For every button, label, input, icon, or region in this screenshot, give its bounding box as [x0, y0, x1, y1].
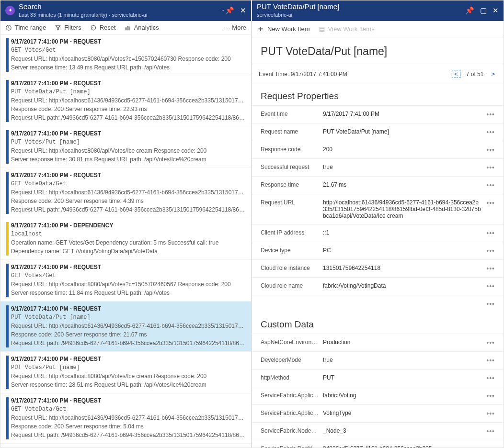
search-pane: ✦ Search Last 33 minutes (1 minute granu… — [0, 0, 252, 448]
item-operation: GET Votes/Get — [11, 46, 246, 55]
item-detail: Dependency name: GET /Voting/VotingData/… — [11, 247, 246, 256]
property-actions-button[interactable]: ••• — [486, 445, 495, 448]
property-actions-button[interactable]: ••• — [486, 357, 495, 364]
time-range-button[interactable]: Time range — [5, 24, 46, 31]
list-item[interactable]: 9/17/2017 7:41:00 PM - REQUESTGET VoteDa… — [0, 393, 251, 444]
svg-rect-3 — [129, 27, 130, 30]
analytics-button[interactable]: Analytics — [125, 24, 159, 31]
property-actions-button[interactable]: ••• — [486, 374, 495, 382]
property-actions-button[interactable]: ••• — [486, 392, 495, 400]
property-row: Request URLhttp://localhost:61436/94936c… — [252, 194, 504, 224]
new-work-item-button[interactable]: ＋ New Work Item — [257, 24, 310, 34]
list-item[interactable]: 9/17/2017 7:41:00 PM - DEPENDENCYlocalho… — [0, 444, 251, 448]
request-bar-icon — [6, 130, 9, 164]
request-bar-icon — [6, 172, 9, 214]
detail-title: PUT VoteData/Put [name] — [257, 2, 465, 11]
property-row: ServiceFabric.Node…_Node_3••• — [252, 422, 504, 440]
property-actions-button[interactable]: ••• — [486, 410, 495, 417]
pin-icon[interactable]: 📌 — [465, 6, 474, 15]
item-detail: Request URL: http://localhost:8080/api/V… — [11, 55, 246, 63]
property-actions-button[interactable]: ••• — [486, 164, 495, 171]
property-key: Successful request — [261, 164, 323, 170]
property-actions-button[interactable]: ••• — [486, 181, 495, 189]
new-work-item-label: New Work Item — [267, 25, 310, 33]
property-actions-button[interactable]: ••• — [486, 247, 495, 255]
request-bar-icon — [6, 397, 9, 439]
svg-rect-2 — [127, 26, 128, 30]
request-bar-icon — [6, 356, 9, 389]
property-value: true — [323, 164, 486, 170]
property-value: VotingType — [323, 410, 486, 416]
item-detail: Response code: 200 Server response time:… — [11, 197, 246, 205]
property-key: Event time — [261, 111, 323, 117]
request-bar-icon — [6, 38, 9, 72]
list-item[interactable]: 9/17/2017 7:41:00 PM - REQUESTGET Votes/… — [0, 260, 251, 302]
property-value: 94936cd5-6277-4161-b694-356ccea2b335 — [323, 445, 486, 448]
property-key: Cloud role instance — [261, 265, 323, 271]
pager-prev-button[interactable]: < — [452, 70, 460, 78]
search-results-list[interactable]: 9/17/2017 7:41:00 PM - REQUESTGET Votes/… — [0, 34, 251, 448]
list-item[interactable]: 9/17/2017 7:41:00 PM - REQUESTPUT Votes/… — [0, 352, 251, 393]
property-actions-button[interactable]: ••• — [486, 265, 495, 272]
list-item[interactable]: 9/17/2017 7:41:00 PM - REQUESTPUT VoteDa… — [0, 302, 251, 352]
svg-rect-5 — [320, 29, 324, 30]
reset-button[interactable]: Reset — [90, 24, 116, 31]
property-actions-button[interactable]: ••• — [486, 111, 495, 118]
property-row: Client IP address::1••• — [252, 224, 504, 242]
property-actions-button[interactable]: ••• — [486, 282, 495, 290]
detail-scroll[interactable]: PUT VoteData/Put [name] Event Time: 9/17… — [252, 37, 504, 448]
property-actions-button[interactable]: ••• — [486, 128, 495, 136]
property-key: Device type — [261, 247, 323, 254]
property-key: Response time — [261, 181, 323, 188]
pager-next-button[interactable]: > — [489, 70, 497, 78]
item-operation: localhost — [11, 230, 246, 238]
property-key: httpMethod — [261, 374, 323, 381]
item-operation: GET Votes/Get — [11, 271, 246, 280]
maximize-icon[interactable]: ▢ — [480, 6, 487, 15]
property-actions-button[interactable]: ••• — [486, 199, 495, 207]
property-value: 9/17/2017 7:41:00 PM — [323, 111, 486, 117]
property-actions-button[interactable]: ••• — [486, 339, 495, 347]
analytics-label: Analytics — [134, 24, 159, 31]
more-button[interactable]: ··· More — [225, 24, 246, 31]
item-detail: Response code: 200 Server response time:… — [11, 105, 246, 113]
list-item[interactable]: 9/17/2017 7:41:00 PM - REQUESTGET Votes/… — [0, 34, 251, 76]
property-key: AspNetCoreEnviron… — [261, 339, 323, 346]
list-item[interactable]: 9/17/2017 7:41:00 PM - REQUESTPUT VoteDa… — [0, 76, 251, 126]
property-row: Cloud role instance131501759642254118••• — [252, 259, 504, 277]
pin-icon[interactable]: 📌 — [218, 6, 234, 15]
property-actions-button[interactable]: ••• — [486, 427, 495, 435]
item-head: 9/17/2017 7:41:00 PM - REQUEST — [11, 355, 246, 363]
search-title: Search — [19, 2, 218, 11]
more-props-button[interactable]: ••• — [486, 300, 495, 308]
property-row: DeveloperModetrue••• — [252, 351, 504, 369]
property-value: PUT VoteData/Put [name] — [323, 128, 486, 135]
search-title-bar: ✦ Search Last 33 minutes (1 minute granu… — [0, 0, 251, 21]
property-actions-button[interactable]: ••• — [486, 229, 495, 237]
close-icon[interactable]: ✕ — [240, 6, 246, 15]
item-operation: GET VoteData/Get — [11, 405, 246, 414]
list-item[interactable]: 9/17/2017 7:41:00 PM - REQUESTGET VoteDa… — [0, 168, 251, 218]
list-item[interactable]: 9/17/2017 7:41:00 PM - REQUESTPUT Votes/… — [0, 126, 251, 168]
property-key: Client IP address — [261, 229, 323, 236]
item-detail: Operation name: GET Votes/Get Dependency… — [11, 238, 246, 247]
custom-data-heading: Custom Data — [252, 313, 504, 334]
property-actions-button[interactable]: ••• — [486, 146, 495, 154]
filters-button[interactable]: Filters — [55, 24, 81, 31]
close-icon[interactable]: ✕ — [493, 6, 499, 15]
property-row: ServiceFabric.Applic…VotingType••• — [252, 404, 504, 422]
property-key: ServiceFabric.Partiti… — [261, 445, 323, 448]
list-item[interactable]: 9/17/2017 7:41:00 PM - DEPENDENCYlocalho… — [0, 218, 251, 260]
item-detail: Request URL path: /94936cd5-6277-4161-b6… — [11, 205, 246, 214]
item-operation: PUT Votes/Put [name] — [11, 363, 246, 372]
item-operation: PUT VoteData/Put [name] — [11, 88, 246, 96]
item-detail: Request URL: http://localhost:61436/9493… — [11, 188, 246, 197]
item-detail: Response code: 200 Server response time:… — [11, 422, 246, 431]
request-bar-icon — [6, 264, 9, 297]
item-operation: GET VoteData/Get — [11, 179, 246, 188]
request-bar-icon — [6, 80, 9, 122]
property-key: Request name — [261, 128, 323, 135]
property-key: ServiceFabric.Node… — [261, 427, 323, 434]
property-row: Response time21.67 ms••• — [252, 176, 504, 194]
item-detail: Server response time: 13.49 ms Request U… — [11, 63, 246, 72]
